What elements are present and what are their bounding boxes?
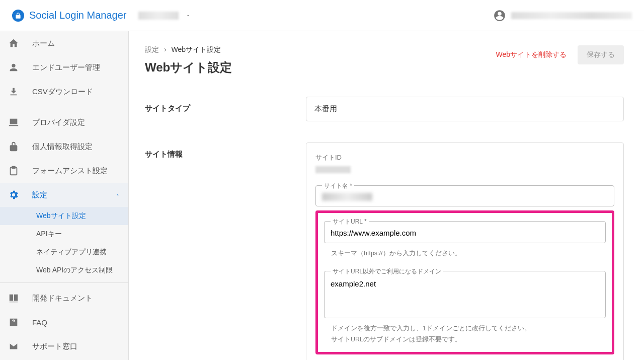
sidebar-divider bbox=[0, 107, 128, 107]
section-label-siteinfo: サイト情報 bbox=[145, 142, 306, 360]
site-id-label: サイトID bbox=[315, 153, 614, 162]
sidebar-item-devdoc[interactable]: 開発ドキュメント bbox=[0, 286, 128, 310]
site-url-label: サイトURL * bbox=[331, 218, 369, 226]
site-id-value-redacted bbox=[315, 166, 351, 173]
breadcrumb: 設定 › Webサイト設定 bbox=[145, 45, 232, 54]
sidebar-sub-website[interactable]: Webサイト設定 bbox=[0, 207, 128, 225]
lock-icon bbox=[8, 141, 19, 152]
sidebar-item-label: サポート窓口 bbox=[32, 342, 77, 351]
account-icon[interactable] bbox=[493, 9, 506, 22]
app-name: Social Login Manager bbox=[29, 10, 126, 21]
chevron-down-icon bbox=[186, 13, 191, 18]
sidebar-item-label: 開発ドキュメント bbox=[32, 294, 93, 303]
site-name-field[interactable]: サイト名 * bbox=[315, 185, 614, 206]
save-button[interactable]: 保存する bbox=[578, 45, 624, 64]
app-header: Social Login Manager bbox=[0, 0, 644, 31]
main-content: 設定 › Webサイト設定 Webサイト設定 Webサイトを削除する 保存する … bbox=[129, 31, 644, 360]
section-label-sitetype: サイトタイプ bbox=[145, 97, 306, 121]
breadcrumb-current: Webサイト設定 bbox=[171, 45, 221, 53]
sidebar-item-settings[interactable]: 設定 bbox=[0, 183, 128, 207]
chevron-up-icon bbox=[115, 192, 120, 197]
sidebar-sub-webapi[interactable]: Web APIのアクセス制限 bbox=[0, 261, 128, 279]
breadcrumb-root[interactable]: 設定 bbox=[145, 45, 159, 53]
site-url-input[interactable] bbox=[331, 229, 599, 237]
extra-domain-field[interactable]: サイトURL以外でご利用になるドメイン example2.net bbox=[324, 271, 606, 318]
help-icon bbox=[8, 317, 19, 328]
sidebar-sub-native[interactable]: ネイティブアプリ連携 bbox=[0, 243, 128, 261]
gear-icon bbox=[8, 189, 19, 200]
sidebar-item-label: CSVダウンロード bbox=[32, 87, 93, 97]
site-url-helper: スキーマ（https://）から入力してください。 bbox=[331, 248, 604, 259]
sidebar-item-label: ホーム bbox=[32, 39, 55, 48]
monitor-icon bbox=[8, 117, 19, 128]
sidebar-sub-apikey[interactable]: APIキー bbox=[0, 225, 128, 243]
sidebar-item-label: フォームアシスト設定 bbox=[32, 166, 108, 176]
sidebar-item-endusers[interactable]: エンドユーザー管理 bbox=[0, 55, 128, 80]
sidebar-divider bbox=[0, 282, 128, 283]
sidebar-item-label: プロバイダ設定 bbox=[32, 118, 85, 127]
sidebar-item-home[interactable]: ホーム bbox=[0, 31, 128, 55]
sidebar-item-provider[interactable]: プロバイダ設定 bbox=[0, 110, 128, 134]
logo-area[interactable]: Social Login Manager bbox=[12, 10, 126, 22]
sidebar-item-faq[interactable]: FAQ bbox=[0, 310, 128, 334]
extra-domain-helper: ドメインを後方一致で入力し、1ドメインごとに改行してください。 サイトURLのサ… bbox=[331, 323, 604, 345]
sitetype-select[interactable]: 本番用 bbox=[306, 97, 624, 121]
workspace-name-redacted bbox=[138, 12, 179, 20]
book-icon bbox=[8, 293, 19, 304]
header-right bbox=[493, 9, 632, 22]
sidebar-item-label: FAQ bbox=[32, 318, 47, 327]
sidebar: ホーム エンドユーザー管理 CSVダウンロード プロバイダ設定 個人情報取得設定… bbox=[0, 31, 129, 360]
page-title: Webサイト設定 bbox=[145, 59, 232, 76]
extra-domain-textarea[interactable]: example2.net bbox=[331, 278, 599, 311]
sidebar-item-label: エンドユーザー管理 bbox=[32, 63, 100, 73]
user-name-redacted bbox=[511, 12, 632, 19]
site-url-field[interactable]: サイトURL * bbox=[324, 221, 606, 243]
workspace-dropdown[interactable] bbox=[138, 12, 191, 20]
site-name-label: サイト名 * bbox=[322, 182, 354, 190]
sidebar-item-csv[interactable]: CSVダウンロード bbox=[0, 80, 128, 104]
download-icon bbox=[8, 86, 19, 97]
highlighted-region: サイトURL * スキーマ（https://）から入力してください。 サイトUR… bbox=[315, 210, 614, 354]
sidebar-item-support[interactable]: サポート窓口 bbox=[0, 334, 128, 358]
mail-icon bbox=[8, 341, 19, 352]
siteinfo-card: サイトID サイト名 * サイトURL * スキーマ（https://）から入力… bbox=[306, 142, 624, 360]
delete-website-button[interactable]: Webサイトを削除する bbox=[494, 46, 569, 63]
person-icon bbox=[8, 62, 19, 73]
app-logo-icon bbox=[12, 10, 24, 22]
sidebar-item-pii[interactable]: 個人情報取得設定 bbox=[0, 134, 128, 159]
sidebar-item-formassist[interactable]: フォームアシスト設定 bbox=[0, 159, 128, 183]
sidebar-item-label: 個人情報取得設定 bbox=[32, 142, 93, 152]
sidebar-item-label: 設定 bbox=[32, 190, 47, 200]
site-name-value-redacted bbox=[322, 193, 372, 201]
clipboard-icon bbox=[8, 165, 19, 176]
extra-domain-label: サイトURL以外でご利用になるドメイン bbox=[331, 267, 443, 276]
home-icon bbox=[8, 38, 19, 49]
